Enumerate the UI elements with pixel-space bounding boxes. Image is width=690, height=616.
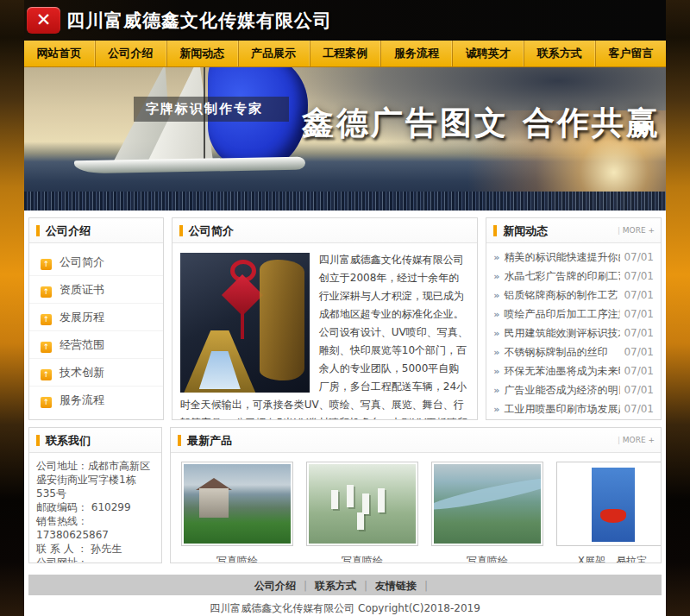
- sidebar-item-history[interactable]: ↑发展历程: [29, 304, 163, 331]
- product-card[interactable]: 写真喷绘: [431, 462, 543, 563]
- building-graphic: [331, 490, 338, 509]
- sidebar-menu: ↑公司简介 ↑资质证书 ↑发展历程 ↑经营范围 ↑技术创新 ↑服务流程: [29, 243, 163, 414]
- product-card[interactable]: 写真喷绘: [306, 462, 418, 563]
- latest-products-box: 最新产品 MORE + 写真喷绘: [170, 427, 662, 563]
- products-list: 写真喷绘 写真喷绘: [171, 453, 661, 563]
- news-item-title: 民用建筑能效测评标识技术: [504, 326, 620, 341]
- castle-photo: [184, 464, 291, 544]
- building-graphic: [357, 512, 364, 530]
- news-title: 新闻动态: [503, 224, 548, 237]
- sidebar-item-label: 技术创新: [60, 366, 104, 379]
- news-list: »精美的标识能快速提升你的07/01 »水晶七彩广告牌的印刷工艺07/01 »铝…: [486, 243, 661, 418]
- news-item-date: 07/01: [624, 251, 654, 263]
- contact-header: 联系我们: [29, 428, 161, 453]
- news-item[interactable]: »铝质铭牌商标的制作工艺07/01: [493, 286, 654, 305]
- contact-title: 联系我们: [46, 434, 91, 447]
- news-item-title: 水晶七彩广告牌的印刷工艺: [504, 269, 620, 284]
- nav-item-news[interactable]: 新闻动态: [166, 41, 238, 66]
- footer-links-bar: 公司介绍联系方式友情链接: [28, 575, 662, 595]
- building-graphic: [347, 485, 354, 507]
- nav-item-jobs[interactable]: 诚聘英才: [452, 41, 524, 66]
- nav-item-home[interactable]: 网站首页: [24, 41, 95, 66]
- contact-hotline: 销售热线： 17380625867: [36, 514, 154, 542]
- double-angle-icon: »: [493, 366, 499, 377]
- news-item[interactable]: »喷绘产品印后加工工序注意07/01: [493, 305, 654, 324]
- orange-bar-icon: [179, 225, 183, 236]
- company-intro-header: 公司介绍: [29, 218, 163, 243]
- sidebar-item-label: 公司简介: [60, 255, 104, 268]
- product-photo-frame: [431, 462, 543, 546]
- news-header: 新闻动态 MORE +: [486, 218, 661, 243]
- sidebar-item-label: 发展历程: [60, 311, 104, 324]
- nav-item-products[interactable]: 产品展示: [238, 41, 310, 66]
- product-caption[interactable]: 写真喷绘: [306, 554, 418, 563]
- product-card[interactable]: X展架、易拉宝: [556, 462, 662, 563]
- news-item[interactable]: »广告业能否成为经济的明日07/01: [493, 380, 654, 399]
- footer-link-contact[interactable]: 联系方式: [315, 580, 375, 592]
- poster-graphic: [600, 509, 626, 523]
- arrow-up-icon: ↑: [41, 397, 52, 408]
- arrow-up-icon: ↑: [41, 342, 52, 353]
- banner-tagline: 字牌标识制作专家: [134, 97, 289, 122]
- double-angle-icon: »: [493, 252, 499, 263]
- river-graphic: [434, 473, 541, 515]
- sailboat-graphic: [74, 157, 305, 174]
- product-card[interactable]: 写真喷绘: [181, 462, 293, 563]
- banner-headline: 鑫德广告图文 合作共赢: [302, 102, 661, 145]
- main-content: 公司介绍 ↑公司简介 ↑资质证书 ↑发展历程 ↑经营范围 ↑技术创新 ↑服务流程…: [24, 211, 666, 616]
- latest-products-header: 最新产品 MORE +: [171, 428, 661, 453]
- banner-smear-effect: [24, 192, 666, 211]
- contact-address: 公司地址：成都市高新区盛安街商业写字楼1栋535号: [36, 459, 154, 500]
- arrow-up-icon: ↑: [41, 286, 52, 298]
- double-angle-icon: »: [493, 347, 499, 358]
- footer-link-about[interactable]: 公司介绍: [254, 580, 315, 592]
- product-caption[interactable]: X展架、易拉宝: [556, 554, 662, 563]
- nav-item-guestbook[interactable]: 客户留言: [595, 41, 666, 66]
- news-item[interactable]: »民用建筑能效测评标识技术07/01: [493, 324, 654, 343]
- double-angle-icon: »: [493, 328, 499, 339]
- aerial-render-photo: [309, 464, 416, 544]
- company-intro-title: 公司介绍: [46, 224, 91, 237]
- nav-item-about[interactable]: 公司介绍: [95, 41, 166, 66]
- company-logo-icon[interactable]: ✕: [27, 7, 60, 34]
- sidebar-item-certificates[interactable]: ↑资质证书: [29, 276, 163, 304]
- contact-box: 联系我们 公司地址：成都市高新区盛安街商业写字楼1栋535号 邮政编码： 610…: [28, 427, 162, 563]
- nav-item-service-flow[interactable]: 服务流程: [380, 41, 452, 66]
- ornament-photo: [180, 253, 310, 393]
- footer-link-friends[interactable]: 友情链接: [375, 580, 436, 592]
- news-item-title: 喷绘产品印后加工工序注意: [504, 307, 620, 322]
- news-item[interactable]: »不锈钢标牌制品的丝印07/01: [493, 343, 654, 361]
- news-item-date: 07/01: [624, 270, 654, 282]
- news-item[interactable]: »水晶七彩广告牌的印刷工艺07/01: [493, 267, 654, 286]
- product-photo-frame: [181, 462, 293, 546]
- news-item-date: 07/01: [624, 308, 654, 320]
- products-more-link[interactable]: MORE +: [618, 428, 655, 452]
- product-caption[interactable]: 写真喷绘: [431, 554, 543, 563]
- building-graphic: [362, 493, 369, 514]
- nav-item-cases[interactable]: 工程案例: [310, 41, 381, 66]
- river-photo: [434, 464, 541, 544]
- contact-body: 公司地址：成都市高新区盛安街商业写字楼1栋535号 邮政编码： 610299 销…: [29, 453, 161, 563]
- contact-person: 联 系 人 ： 孙先生: [36, 542, 154, 556]
- sidebar-item-profile[interactable]: ↑公司简介: [29, 248, 163, 276]
- double-angle-icon: »: [493, 309, 499, 320]
- sidebar-item-service-flow[interactable]: ↑服务流程: [29, 387, 163, 414]
- main-nav: 网站首页 公司介绍 新闻动态 产品展示 工程案例 服务流程 诚聘英才 联系方式 …: [24, 41, 666, 67]
- news-more-link[interactable]: MORE +: [618, 218, 655, 242]
- sidebar-item-innovation[interactable]: ↑技术创新: [29, 359, 163, 387]
- contact-website: 公司网址： www.abcde.com: [36, 556, 154, 563]
- product-photo-frame: [306, 462, 418, 546]
- news-item[interactable]: »工业用喷墨印刷市场发展趋07/01: [493, 399, 654, 418]
- news-item-date: 07/01: [624, 403, 654, 415]
- news-item[interactable]: »环保无苯油墨将成为未来印07/01: [493, 361, 654, 380]
- sidebar-item-scope[interactable]: ↑经营范围: [29, 331, 163, 359]
- poster-graphic: [592, 468, 635, 542]
- news-item[interactable]: »精美的标识能快速提升你的07/01: [493, 248, 654, 267]
- gold-ornament-graphic: [260, 260, 304, 380]
- nav-item-contact[interactable]: 联系方式: [524, 41, 595, 66]
- news-item-date: 07/01: [624, 365, 654, 377]
- news-box: 新闻动态 MORE + »精美的标识能快速提升你的07/01 »水晶七彩广告牌的…: [486, 217, 662, 420]
- news-item-date: 07/01: [624, 346, 654, 358]
- product-caption[interactable]: 写真喷绘: [181, 554, 293, 563]
- double-angle-icon: »: [493, 404, 499, 415]
